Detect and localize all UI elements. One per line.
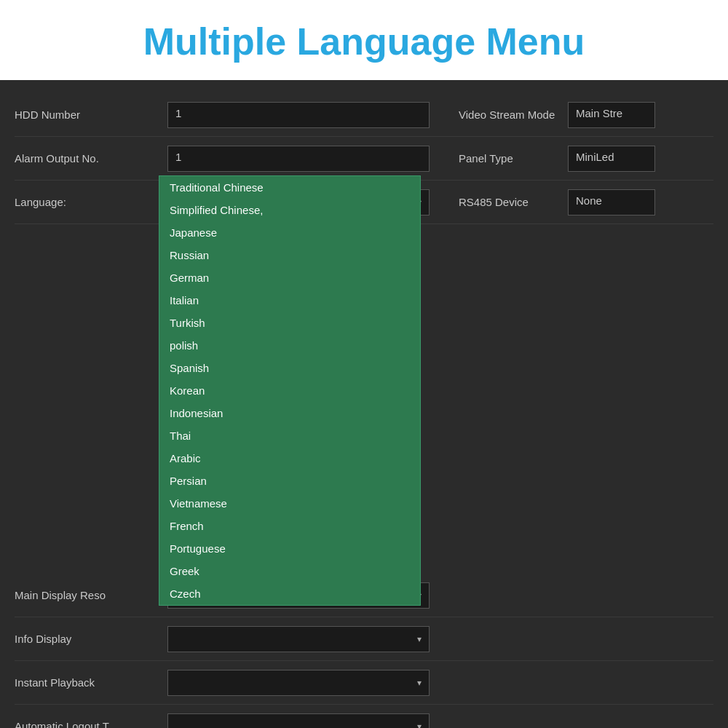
panel-type-label: Panel Type: [459, 152, 568, 165]
instant-playback-label: Instant Playback: [15, 676, 167, 689]
language-option[interactable]: Japanese: [159, 221, 420, 244]
hdd-number-input[interactable]: 1: [167, 102, 430, 128]
language-option[interactable]: Persian: [159, 470, 420, 492]
language-option[interactable]: Indonesian: [159, 402, 420, 424]
language-option[interactable]: Czech: [159, 582, 420, 605]
rs485-input[interactable]: None: [568, 189, 655, 215]
alarm-output-row: Alarm Output No. 1 Panel Type MiniLed: [15, 137, 713, 181]
language-option[interactable]: Greek: [159, 560, 420, 582]
hdd-number-row: HDD Number 1 Video Stream Mode Main Stre: [15, 93, 713, 137]
panel-type-input[interactable]: MiniLed: [568, 146, 655, 172]
main-display-label: Main Display Reso: [15, 589, 167, 601]
language-option[interactable]: Traditional Chinese: [159, 176, 420, 199]
auto-logout-arrow: ▾: [417, 721, 422, 729]
language-option[interactable]: Arabic: [159, 447, 420, 470]
language-option[interactable]: Thai: [159, 424, 420, 447]
language-option[interactable]: French: [159, 515, 420, 537]
auto-logout-row: Automatic Logout T ▾: [15, 705, 713, 728]
auto-logout-select[interactable]: ▾: [167, 713, 430, 729]
language-label: Language:: [15, 196, 167, 208]
language-option[interactable]: polish: [159, 334, 420, 357]
video-stream-input[interactable]: Main Stre: [568, 102, 655, 128]
page-header: Multiple Language Menu: [0, 0, 728, 80]
language-option[interactable]: Turkish: [159, 312, 420, 334]
language-option[interactable]: German: [159, 266, 420, 289]
alarm-output-input[interactable]: 1: [167, 146, 430, 172]
language-option[interactable]: Russian: [159, 244, 420, 266]
instant-playback-row: Instant Playback ▾: [15, 661, 713, 705]
rs485-label: RS485 Device: [459, 196, 568, 208]
video-stream-label: Video Stream Mode: [459, 108, 568, 121]
language-option[interactable]: Simplified Chinese,: [159, 199, 420, 221]
info-display-select[interactable]: ▾: [167, 626, 430, 652]
info-display-label: Info Display: [15, 633, 167, 645]
settings-content: HDD Number 1 Video Stream Mode Main Stre…: [0, 80, 728, 728]
info-display-row: Info Display ▾: [15, 617, 713, 661]
language-option[interactable]: Spanish: [159, 357, 420, 379]
instant-playback-select[interactable]: ▾: [167, 670, 430, 696]
language-option[interactable]: Portuguese: [159, 537, 420, 560]
alarm-output-label: Alarm Output No.: [15, 152, 167, 165]
language-option[interactable]: Vietnamese: [159, 492, 420, 515]
auto-logout-label: Automatic Logout T: [15, 720, 167, 728]
page-title: Multiple Language Menu: [143, 20, 585, 63]
hdd-number-label: HDD Number: [15, 108, 167, 121]
language-option[interactable]: Korean: [159, 379, 420, 402]
language-dropdown[interactable]: Traditional ChineseSimplified Chinese,Ja…: [159, 175, 421, 606]
info-display-arrow: ▾: [417, 634, 422, 644]
language-option[interactable]: Italian: [159, 289, 420, 312]
instant-playback-arrow: ▾: [417, 678, 422, 688]
